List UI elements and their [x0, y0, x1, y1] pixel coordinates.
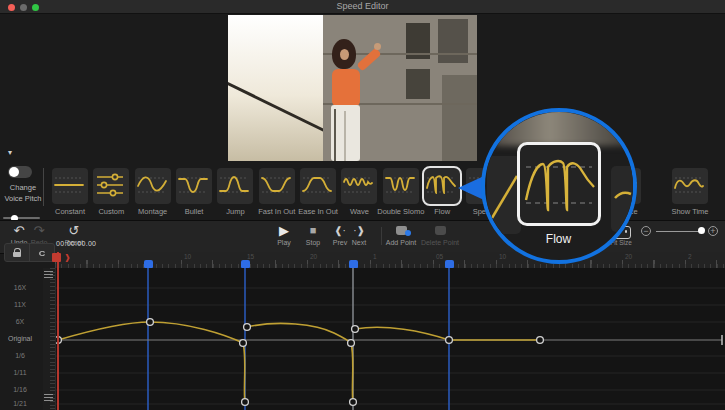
speed-editor-window: Speed Editor ▾ Change Voice Pitch Consta… — [0, 0, 725, 410]
playhead-line[interactable] — [57, 252, 59, 410]
curve-keyframe-point[interactable] — [537, 337, 544, 344]
curve-keyframe-point[interactable] — [350, 399, 357, 406]
ruler-tick-label: 20 — [625, 253, 632, 260]
dancer-top — [332, 69, 360, 107]
curve-keyframe-point[interactable] — [352, 326, 359, 333]
zoom-in-button[interactable]: + — [708, 226, 718, 236]
zoom-slider-knob[interactable] — [698, 227, 705, 234]
voice-pitch-label: Change — [0, 183, 46, 192]
video-preview — [228, 15, 477, 161]
speed-curve-area[interactable] — [0, 268, 725, 410]
timecode: 00:00:00.00 — [56, 240, 96, 247]
curve-keyframe-point[interactable] — [446, 337, 453, 344]
curve-mode-button[interactable]: C — [30, 244, 54, 261]
delete-point-button[interactable]: Delete Point — [417, 223, 463, 246]
ruler-tick-label: 10 — [499, 253, 506, 260]
voice-pitch-toggle[interactable] — [8, 166, 32, 178]
preset-label: Show Time — [660, 207, 720, 216]
vertical-mini-ruler[interactable] — [43, 268, 56, 410]
speed-scale-label: 1/11 — [0, 369, 40, 376]
dancer-hand — [374, 43, 381, 50]
ruler-tick-label: 1 — [373, 253, 377, 260]
preset-bullet[interactable] — [176, 168, 212, 204]
timeline-tools: C — [4, 243, 55, 262]
magnifier-circle: Flow — [481, 108, 637, 264]
delete-point-icon — [417, 223, 463, 238]
zoom-out-button[interactable]: − — [641, 226, 651, 236]
toggle-knob — [9, 167, 19, 177]
keyframe-pin[interactable] — [144, 260, 153, 268]
window-opening — [438, 19, 468, 63]
reset-icon: ↺ — [51, 223, 97, 238]
keyframe-pin[interactable] — [241, 260, 250, 268]
zoom-slider-track[interactable] — [656, 231, 702, 233]
playhead-handle[interactable] — [52, 253, 61, 262]
preset-fastinout[interactable] — [259, 168, 295, 204]
curve-keyframe-point[interactable] — [240, 340, 247, 347]
lock-icon — [13, 248, 21, 257]
curve-keyframe-point[interactable] — [147, 319, 154, 326]
window-title: Speed Editor — [0, 1, 725, 11]
pants-seam — [344, 111, 346, 161]
ruler-tick-label: 15 — [247, 253, 254, 260]
speed-scale-label: 1/6 — [0, 352, 40, 359]
preset-flow[interactable] — [424, 168, 460, 204]
preset-easeinout[interactable] — [300, 168, 336, 204]
magnified-flow-preset[interactable] — [517, 142, 601, 226]
left-mini-slider[interactable] — [3, 217, 40, 219]
speed-scale-label: 1/16 — [0, 386, 40, 393]
curve-keyframe-point[interactable] — [242, 399, 249, 406]
ruler-tick-label: 20 — [310, 253, 317, 260]
next-frame-button[interactable]: ·❱ Next — [336, 223, 382, 246]
ruler-handle-icon[interactable] — [44, 271, 53, 278]
next-icon: ·❱ — [336, 223, 382, 238]
collapse-arrow-icon[interactable]: ▾ — [8, 148, 12, 157]
speed-scale-label: 1/21 — [0, 400, 40, 407]
preset-showtime[interactable] — [672, 168, 708, 204]
lock-button[interactable] — [5, 244, 29, 261]
ruler-handle-icon[interactable] — [44, 394, 53, 401]
panel-divider — [43, 168, 44, 206]
preset-wave[interactable] — [341, 168, 377, 204]
preset-montage[interactable] — [135, 168, 171, 204]
speed-scale-label: 6X — [0, 318, 40, 325]
neighbor-preset-fragment — [487, 156, 521, 234]
speed-scale-label: 16X — [0, 284, 40, 291]
magnified-preset-label: Flow — [485, 232, 632, 246]
voice-pitch-label: Voice Pitch — [0, 194, 46, 203]
magnified-video-edge — [495, 108, 631, 146]
preset-constant[interactable] — [52, 168, 88, 204]
ruler-tick-label: 2 — [688, 253, 692, 260]
curve-mode-icon: C — [39, 248, 46, 257]
window-opening — [406, 69, 430, 99]
speed-scale-label: Original — [0, 335, 40, 342]
keyframe-pin[interactable] — [349, 260, 358, 268]
curve-keyframe-point[interactable] — [348, 340, 355, 347]
preset-jump[interactable] — [217, 168, 253, 204]
curve-keyframe-point[interactable] — [244, 324, 251, 331]
ruler-tick-label: 10 — [184, 253, 191, 260]
dancer-face — [340, 49, 349, 60]
speed-label-column: 16X11X6XOriginal1/61/111/161/21 — [0, 268, 43, 410]
preset-custom[interactable] — [93, 168, 129, 204]
playhead-chevron-icon: ❱ — [64, 253, 71, 262]
pants-stripe — [334, 109, 336, 161]
title-bar: Speed Editor — [0, 0, 725, 14]
speed-scale-label: 11X — [0, 301, 40, 308]
preset-doubleslomo[interactable] — [383, 168, 419, 204]
keyframe-pin[interactable] — [445, 260, 454, 268]
building-shadow — [442, 75, 477, 161]
ruler-tick-label: 05 — [436, 253, 443, 260]
